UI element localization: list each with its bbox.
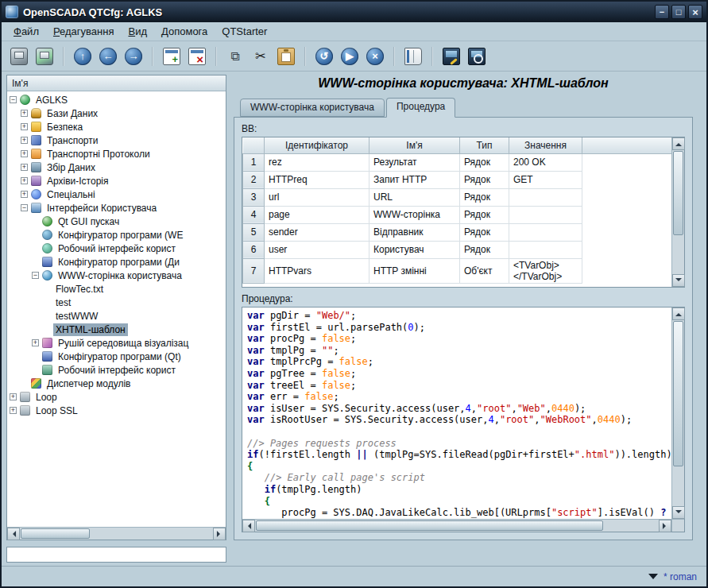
expand-icon[interactable]: +	[21, 123, 28, 130]
cut-button[interactable]: ✂	[249, 44, 273, 68]
scroll-right-icon[interactable]	[213, 528, 226, 540]
tree-item-program-configurator-web[interactable]: Конфігуратор програми (WE	[7, 228, 226, 242]
table-row[interactable]: 4pageWWW-сторінкаРядок	[243, 206, 672, 223]
menu-file[interactable]: Файл	[6, 23, 46, 40]
tree-item-security[interactable]: +Безпека	[7, 120, 226, 133]
scroll-thumb[interactable]	[21, 528, 90, 539]
tree-item-loop-ssl[interactable]: +Loop SSL	[7, 404, 226, 417]
maximize-icon[interactable]	[671, 5, 686, 19]
expand-icon[interactable]: +	[21, 191, 28, 198]
table-row[interactable]: 3urlURLРядок	[243, 188, 672, 206]
expand-icon[interactable]: +	[21, 137, 28, 144]
tree-item-program-configurator-dyn[interactable]: Конфігуратор програми (Ди	[7, 255, 226, 269]
scroll-track[interactable]	[255, 520, 659, 532]
start-button[interactable]: ▶	[338, 44, 362, 68]
scroll-left-icon[interactable]	[7, 528, 20, 540]
minimize-icon[interactable]	[655, 5, 669, 19]
tree-item-special[interactable]: +Спеціальні	[7, 188, 226, 201]
scroll-track[interactable]	[672, 320, 684, 506]
tree-item-archives-history[interactable]: +Архіви-Історія	[7, 174, 226, 188]
expand-icon[interactable]: +	[32, 339, 39, 346]
tree-item-qt-gui-starter[interactable]: Qt GUI пускач	[7, 215, 226, 228]
tree-item-transports[interactable]: +Транспорти	[7, 133, 226, 147]
code-editor[interactable]: var pgDir = "Web/";var firstEl = url.par…	[242, 308, 671, 519]
forward-button[interactable]: →	[122, 44, 145, 68]
expand-icon[interactable]: +	[21, 110, 28, 117]
tree-item-program-configurator-qt[interactable]: Конфігуратор програми (Qt)	[7, 350, 226, 363]
collapse-icon[interactable]: −	[21, 204, 28, 211]
expand-icon[interactable]: +	[10, 407, 17, 414]
tree-item-testwww[interactable]: testWWW	[7, 309, 226, 323]
titlebar[interactable]: OpenSCADA QTCfg: AGLKS	[2, 2, 706, 22]
tree-item-vis-engine[interactable]: +Рушій середовища візуалізац	[7, 336, 226, 350]
table-row[interactable]: 5senderВідправникРядок	[243, 223, 672, 241]
status-dropdown-icon[interactable]	[648, 574, 658, 579]
load-db-button[interactable]	[7, 44, 31, 68]
scroll-thumb[interactable]	[673, 151, 683, 235]
code-horizontal-scrollbar[interactable]	[242, 519, 671, 532]
tree-item-www-user-page[interactable]: −WWW-сторінка користувача	[7, 269, 226, 282]
scroll-track[interactable]	[672, 150, 684, 274]
refresh-button[interactable]: ↺	[312, 44, 336, 68]
scroll-thumb[interactable]	[673, 321, 683, 466]
collapse-icon[interactable]: −	[32, 272, 39, 279]
manual-button[interactable]	[401, 44, 425, 68]
scroll-right-icon[interactable]	[659, 520, 671, 532]
table-row[interactable]: 7HTTPvarsHTTP змінніОб'єкт<TVarObj> </TV…	[243, 258, 672, 283]
scroll-up-icon[interactable]	[672, 308, 685, 320]
scroll-thumb[interactable]	[256, 520, 603, 531]
stop-button[interactable]: ×	[363, 44, 387, 68]
collapse-icon[interactable]: −	[10, 96, 17, 103]
tab-procedure[interactable]: Процедура	[386, 98, 455, 118]
tree-item-data-acquisition[interactable]: +Збір Даних	[7, 161, 226, 174]
expand-icon[interactable]: +	[21, 150, 28, 157]
code-vertical-scrollbar[interactable]	[671, 308, 684, 519]
scroll-up-icon[interactable]	[672, 137, 685, 150]
copy-button[interactable]: ⧉	[223, 44, 247, 68]
table-row[interactable]: 2HTTPreqЗапит HTTPРядокGET	[243, 171, 672, 188]
close-icon[interactable]	[688, 5, 702, 19]
tree-item-work-user-interface-web[interactable]: Робочий інтерфейс корист	[7, 242, 226, 255]
toolbar-separator	[431, 47, 433, 66]
tree-item-work-user-interface[interactable]: Робочий інтерфейс корист	[7, 363, 226, 377]
scroll-down-icon[interactable]	[672, 274, 685, 287]
table-row[interactable]: 6userКористувачРядок	[243, 241, 672, 258]
scroll-track[interactable]	[20, 528, 213, 540]
tree-item-transport-protocols[interactable]: +Транспортні Протоколи	[7, 147, 226, 161]
expand-icon[interactable]: +	[21, 164, 28, 171]
qtstarter-config-button[interactable]	[439, 44, 463, 68]
menu-qtstarter[interactable]: QTStarter	[215, 23, 274, 40]
table-vertical-scrollbar[interactable]	[671, 137, 684, 287]
scroll-left-icon[interactable]	[242, 520, 255, 532]
expand-icon[interactable]: +	[10, 393, 17, 400]
tree-item-databases[interactable]: +Бази Даних	[7, 106, 226, 120]
paste-button[interactable]	[274, 44, 298, 68]
expand-icon[interactable]: +	[21, 177, 28, 184]
menu-help[interactable]: Допомога	[154, 23, 215, 40]
tab-www-page[interactable]: WWW-сторінка користувача	[240, 99, 385, 117]
tree-item-flowtec-txt[interactable]: FlowTec.txt	[7, 282, 226, 296]
up-button[interactable]: ↑	[71, 44, 95, 68]
column-header-name[interactable]: Ім'я	[369, 137, 460, 153]
column-header-id[interactable]: Ідентифікатор	[265, 137, 369, 153]
delete-item-button[interactable]	[185, 44, 209, 68]
tree-item-aglks[interactable]: −AGLKS	[7, 93, 226, 106]
cell-name: URL	[369, 188, 460, 206]
add-item-button[interactable]	[160, 44, 184, 68]
column-header-type[interactable]: Тип	[460, 137, 509, 153]
menu-view[interactable]: Вид	[121, 23, 154, 40]
menu-edit[interactable]: Редагування	[46, 23, 122, 40]
back-button[interactable]: ←	[96, 44, 120, 68]
tree-item-module-dispatcher[interactable]: Диспетчер модулів	[7, 377, 226, 390]
qtstarter-find-button[interactable]	[465, 44, 489, 68]
tree-item-loop[interactable]: +Loop	[7, 390, 226, 404]
column-header-val[interactable]: Значення	[509, 137, 582, 153]
bottom-edit-field[interactable]	[6, 547, 226, 563]
table-row[interactable]: 1rezРезультатРядок200 OK	[243, 153, 672, 171]
scroll-down-icon[interactable]	[672, 506, 685, 519]
tree-item-xhtml-template[interactable]: XHTML-шаблон	[7, 323, 226, 336]
tree-item-user-interfaces[interactable]: −Інтерфейси Користувача	[7, 201, 226, 215]
tree-item-test[interactable]: test	[7, 296, 226, 309]
tree-horizontal-scrollbar[interactable]	[7, 527, 226, 540]
save-db-button[interactable]	[33, 44, 56, 68]
